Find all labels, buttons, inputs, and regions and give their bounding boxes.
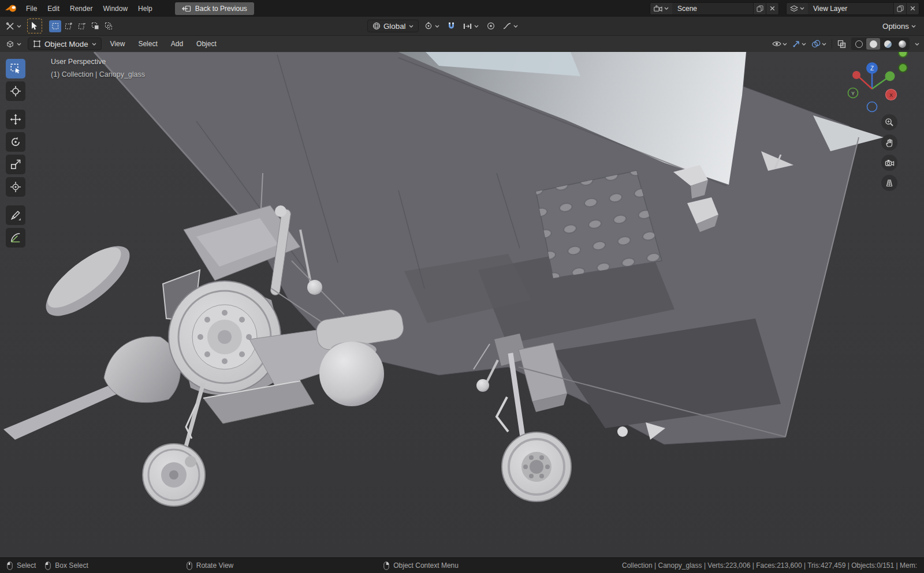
- select-box-tool[interactable]: [6, 59, 25, 78]
- hint-label: Rotate View: [196, 561, 233, 570]
- view-layer-selector: View Layer: [786, 2, 919, 15]
- transform-orientation-dropdown[interactable]: Global: [367, 20, 419, 32]
- proportional-editing-toggle[interactable]: [485, 20, 497, 32]
- proportional-falloff-dropdown[interactable]: [501, 20, 520, 32]
- layers-icon: [790, 5, 798, 12]
- zoom-button[interactable]: [881, 114, 897, 130]
- rotate-tool[interactable]: [6, 132, 25, 152]
- transform-tool[interactable]: [6, 177, 25, 197]
- back-icon: [182, 5, 191, 12]
- chevron-down-icon: [802, 43, 806, 46]
- menu-object[interactable]: Object: [192, 38, 221, 50]
- camera-icon: [885, 159, 895, 167]
- camera-view-button[interactable]: [881, 155, 897, 171]
- snap-toggle[interactable]: [445, 20, 457, 32]
- select-mode-new[interactable]: [49, 20, 61, 32]
- status-bar: Select Box Select Rotate View Object Con…: [0, 557, 924, 573]
- duplicate-icon: [897, 5, 904, 12]
- visibility-dropdown[interactable]: [772, 40, 787, 47]
- close-icon: [910, 6, 915, 11]
- annotate-tool[interactable]: [6, 205, 25, 225]
- cursor-tool[interactable]: [6, 81, 25, 101]
- collection-color-dot: [898, 63, 908, 73]
- mouse-left-drag-icon: [45, 561, 51, 570]
- hint-select: Select: [7, 561, 36, 570]
- scene-name[interactable]: Scene: [672, 3, 753, 14]
- menu-file[interactable]: File: [21, 3, 42, 14]
- viewport-3d[interactable]: User Perspective (1) Collection | Canopy…: [0, 52, 924, 557]
- shading-wireframe-button[interactable]: [852, 38, 866, 50]
- view-layer-browse-button[interactable]: [787, 3, 808, 14]
- view-layer-name[interactable]: View Layer: [808, 3, 893, 14]
- move-tool[interactable]: [6, 110, 25, 129]
- shading-options-chevron-icon[interactable]: [915, 43, 919, 46]
- hint-label: Box Select: [55, 561, 88, 570]
- pivot-point-dropdown[interactable]: [422, 20, 442, 32]
- overlays-dropdown[interactable]: [811, 40, 826, 48]
- scene-statistics: Collection | Canopy_glass | Verts:223,00…: [622, 561, 917, 570]
- menu-window[interactable]: Window: [98, 3, 133, 14]
- editor-type-button[interactable]: [3, 38, 24, 50]
- options-dropdown[interactable]: Options: [880, 20, 918, 32]
- active-collection-label: (1) Collection | Canopy_glass: [51, 70, 145, 78]
- falloff-curve-icon: [503, 23, 511, 29]
- duplicate-icon: [757, 5, 763, 12]
- menu-select[interactable]: Select: [133, 38, 162, 50]
- measure-tool[interactable]: [6, 228, 25, 248]
- navigation-gizmo[interactable]: Z Y X: [845, 60, 899, 113]
- pan-button[interactable]: [881, 134, 897, 151]
- shading-rendered-button[interactable]: [895, 38, 909, 50]
- select-mode-intersect[interactable]: [102, 20, 114, 32]
- orthographic-toggle-button[interactable]: [881, 175, 897, 191]
- new-scene-button[interactable]: [753, 3, 766, 14]
- scene-browse-button[interactable]: [650, 3, 672, 14]
- menu-edit[interactable]: Edit: [42, 3, 65, 14]
- mouse-left-icon: [7, 561, 13, 570]
- blender-logo-icon[interactable]: [5, 4, 17, 13]
- shading-solid-button[interactable]: [866, 38, 880, 50]
- chevron-down-icon: [17, 25, 21, 28]
- shading-material-button[interactable]: [881, 38, 895, 50]
- shading-mode-group: [851, 38, 910, 50]
- snap-settings-dropdown[interactable]: [461, 20, 481, 32]
- toolbar: [6, 59, 25, 248]
- orientation-globe-icon: [372, 22, 381, 30]
- view-perspective-label: User Perspective: [51, 58, 145, 66]
- solid-sphere-icon: [870, 40, 877, 48]
- tool-icon: [6, 22, 14, 31]
- select-mode-invert[interactable]: [89, 20, 101, 32]
- chevron-down-icon: [474, 25, 479, 28]
- hint-label: Object Context Menu: [393, 561, 459, 570]
- viewport-overlay-text: User Perspective (1) Collection | Canopy…: [51, 58, 145, 78]
- menu-render[interactable]: Render: [65, 3, 98, 14]
- orientation-value: Global: [383, 22, 406, 31]
- scale-tool[interactable]: [6, 155, 25, 174]
- select-mode-subtract[interactable]: [76, 20, 88, 32]
- xray-toggle[interactable]: [837, 40, 846, 48]
- hand-icon: [885, 138, 894, 147]
- menu-help[interactable]: Help: [133, 3, 158, 14]
- active-tool-indicator[interactable]: [27, 18, 42, 33]
- remove-view-layer-button[interactable]: [906, 3, 919, 14]
- new-view-layer-button[interactable]: [893, 3, 906, 14]
- back-to-previous-button[interactable]: Back to Previous: [175, 2, 254, 15]
- gizmo-z-label: Z: [870, 65, 874, 72]
- hint-rotate-view: Rotate View: [187, 561, 233, 570]
- chevron-down-icon: [92, 43, 96, 46]
- unlink-scene-button[interactable]: [766, 3, 778, 14]
- select-mode-group: [49, 20, 114, 32]
- select-mode-extend[interactable]: [62, 20, 74, 32]
- chevron-down-icon: [800, 7, 804, 10]
- tool-settings-dropdown[interactable]: [3, 20, 24, 32]
- object-mode-icon: [33, 40, 41, 48]
- menu-view[interactable]: View: [106, 38, 130, 50]
- chevron-down-icon: [409, 25, 413, 28]
- overlays-icon: [811, 40, 821, 48]
- magnet-icon: [448, 22, 455, 30]
- hint-context-menu: Object Context Menu: [383, 561, 459, 570]
- mode-dropdown[interactable]: Object Mode: [28, 38, 102, 50]
- pivot-icon: [424, 22, 433, 30]
- gizmos-dropdown[interactable]: [792, 40, 806, 48]
- hint-box-select: Box Select: [45, 561, 88, 570]
- menu-add[interactable]: Add: [166, 38, 188, 50]
